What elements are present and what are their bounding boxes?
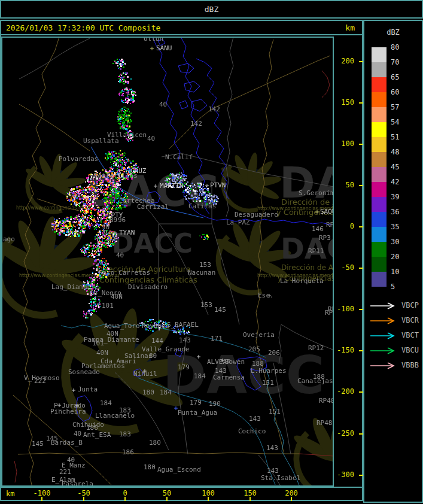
- scale-swatch: [372, 197, 387, 212]
- scale-label: 30: [391, 238, 399, 246]
- scale-swatch: [372, 62, 387, 77]
- page-title: dBZ: [205, 5, 218, 14]
- scale-swatch: [372, 122, 387, 137]
- legend-arrow-label: VBCU: [401, 346, 419, 354]
- scale-label: 70: [391, 58, 399, 66]
- scale-swatch: [372, 227, 387, 242]
- scale-label: 51: [391, 133, 399, 141]
- scale-label: 45: [391, 163, 399, 171]
- scale-label: 48: [391, 148, 399, 156]
- y-tick-mark: [359, 309, 363, 310]
- y-tick-label: -100: [334, 305, 354, 313]
- y-tick-label: 200: [334, 57, 354, 65]
- scale-swatch: [372, 152, 387, 167]
- y-tick-label: 150: [334, 98, 354, 107]
- x-tick-label: 0: [123, 489, 127, 497]
- x-tick-label: -100: [34, 489, 51, 497]
- scale-swatch: [372, 257, 387, 272]
- legend-arrow-row: VBBB: [368, 361, 422, 369]
- x-tick-mark: [291, 497, 292, 501]
- vector-arrow-icon: [368, 347, 398, 355]
- scale-swatch: [372, 272, 387, 287]
- x-tick-label: 50: [163, 489, 171, 497]
- legend-panel: dBZ 807065605754514845423936353020105VBC…: [363, 20, 423, 503]
- legend-arrow-row: VBCR: [368, 316, 422, 324]
- y-tick-label: -300: [334, 470, 354, 479]
- legend-arrow-row: VBCT: [368, 331, 422, 339]
- legend-title: dBZ: [364, 28, 422, 37]
- y-tick-mark: [359, 144, 363, 145]
- scale-swatch: [372, 242, 387, 257]
- scale-label: 42: [391, 178, 399, 186]
- y-tick-mark: [359, 391, 363, 393]
- scale-label: 39: [391, 193, 399, 201]
- x-tick-label: 100: [202, 489, 215, 497]
- scale-label: 80: [391, 43, 399, 51]
- x-tick-label: -50: [77, 489, 90, 497]
- y-axis: 200150100500-50-100-150-200-250-300: [334, 37, 362, 487]
- y-tick-label: -150: [334, 346, 354, 354]
- y-tick-mark: [359, 61, 363, 62]
- vector-arrow-icon: [368, 332, 398, 340]
- scale-swatch: [372, 137, 387, 152]
- scale-swatch: [372, 167, 387, 182]
- scale-label: 35: [391, 223, 399, 231]
- scale-swatch: [372, 212, 387, 227]
- scale-swatch: [372, 92, 387, 107]
- scale-label: 36: [391, 208, 399, 216]
- x-tick-mark: [166, 497, 168, 501]
- scale-swatch: [372, 107, 387, 122]
- y-tick-label: 100: [334, 139, 354, 148]
- map-area: 200150100500-50-100-150-200-250-300: [1, 37, 362, 487]
- legend-arrow-label: VBCT: [401, 331, 419, 339]
- x-tick-mark: [249, 497, 251, 501]
- vector-arrow-icon: [368, 317, 398, 325]
- legend-arrow-row: VBCU: [368, 346, 422, 354]
- map-header: 2026/01/03 17:32:00 UTC Composite km: [1, 21, 362, 35]
- vector-arrow-icon: [368, 302, 398, 310]
- legend-arrow-label: VBCP: [401, 301, 419, 309]
- y-tick-label: -50: [334, 263, 354, 272]
- y-tick-label: 50: [334, 181, 354, 189]
- scale-label: 20: [391, 253, 399, 261]
- scale-label: 57: [391, 103, 399, 111]
- legend-arrow-row: VBCP: [368, 301, 422, 309]
- scale-label: 54: [391, 118, 399, 126]
- x-axis: km -100-50050100150200: [1, 487, 362, 501]
- y-tick-label: -250: [334, 429, 354, 438]
- scale-swatch: [372, 182, 387, 197]
- y-tick-label: 0: [334, 222, 354, 230]
- timestamp-label: 2026/01/03 17:32:00 UTC Composite: [6, 23, 160, 32]
- x-tick-label: 200: [285, 489, 298, 497]
- radar-map-canvas[interactable]: [1, 37, 334, 487]
- x-tick-mark: [124, 497, 126, 501]
- scale-swatch: [372, 47, 387, 62]
- y-tick-mark: [359, 433, 363, 435]
- y-tick-mark: [359, 268, 363, 269]
- y-tick-mark: [359, 350, 363, 351]
- y-tick-mark: [359, 226, 363, 227]
- scale-label: 5: [391, 283, 395, 291]
- x-tick-mark: [208, 497, 209, 501]
- x-tick-mark: [41, 497, 42, 501]
- scale-label: 10: [391, 268, 399, 276]
- legend-arrow-label: VBBB: [401, 361, 419, 369]
- scale-swatch: [372, 77, 387, 92]
- x-axis-unit-label: km: [6, 490, 14, 498]
- vector-arrow-icon: [368, 362, 398, 370]
- scale-label: 65: [391, 73, 399, 81]
- y-axis-unit-label: km: [345, 23, 355, 32]
- x-tick-label: 150: [244, 489, 257, 497]
- window-title-bar: dBZ: [0, 0, 423, 19]
- radar-map-panel: 2026/01/03 17:32:00 UTC Composite km 200…: [0, 20, 363, 501]
- scale-label: 60: [391, 88, 399, 96]
- x-tick-mark: [83, 497, 84, 501]
- y-tick-mark: [359, 185, 363, 186]
- y-tick-mark: [359, 102, 363, 104]
- y-tick-label: -200: [334, 387, 354, 396]
- legend-arrow-label: VBCR: [401, 316, 419, 324]
- y-tick-mark: [359, 475, 363, 476]
